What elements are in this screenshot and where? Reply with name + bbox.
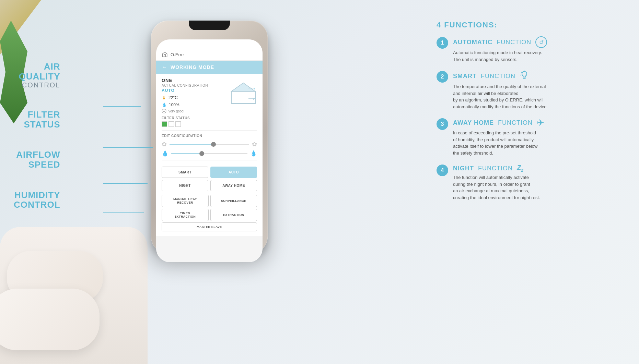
func-content-3: AWAY HOME FUNCTION ✈ In case of exceedin… [453,118,629,156]
auto-mode-label: AUTO [162,88,208,93]
func-content-2: SMART FUNCTION The temperature and the q… [453,70,629,110]
func-number-4: 4 [437,165,448,176]
func-header-2: SMART FUNCTION [453,70,629,82]
manual-heat-recover-button[interactable]: MANUAL HEATRECOVER [162,195,209,207]
sleep-icon: Zz [517,164,523,173]
airflow-speed-main: AIRFLOWSPEED [16,150,60,169]
bulb-icon [520,70,529,82]
actual-config-label: ACTUAL CONFIGURATION [162,84,208,87]
func-number-1: 1 [437,37,448,49]
refresh-icon: ↺ [535,36,547,48]
svg-marker-4 [231,83,255,92]
function-1: 1 AUTOMATIC FUNCTION ↺ Automatic functio… [437,36,629,63]
pillow-area [0,227,148,364]
airflow-slider-row: ✿ ✿ [162,141,257,148]
humidity-row: 💧 100% [162,102,208,107]
humidity-slider[interactable] [171,153,247,154]
func-title-normal-3: FUNCTION [498,119,533,126]
phone-outer: O.Erre ← WORKING MODE ONE ACTUAL CONFIGU… [151,21,268,254]
func-content-4: NIGHT FUNCTION Zz The function will auto… [453,164,629,201]
air-quality-label: AIRQUALITY CONTROL [14,62,60,89]
away-home-button[interactable]: AWAY HOME [210,180,257,191]
func-number-2: 2 [437,71,448,83]
connector-line-3 [103,183,148,184]
working-mode-title: WORKING MODE [171,64,214,70]
filter-block-1 [162,121,167,127]
app-title-bar[interactable]: ← WORKING MODE [156,61,263,74]
app-home-label: O.Erre [171,52,184,57]
function-2: 2 SMART FUNCTION The temperature and the… [437,70,629,110]
thermometer-icon: 🌡 [162,95,166,100]
extraction-button[interactable]: EXTRACTION [210,209,257,221]
filter-status-label-app: FILTER STATUS [162,116,257,120]
connector-line-right [292,199,333,199]
drop-icon-low: 💧 [162,150,169,157]
airflow-speed-label: AIRFLOWSPEED [14,150,60,169]
humidity-slider-row: 💧 💧 [162,150,257,157]
func-header-1: AUTOMATIC FUNCTION ↺ [453,36,629,48]
back-button[interactable]: ← [162,64,167,70]
func-title-bold-4: NIGHT [453,165,474,172]
air-quality-sub: CONTROL [22,81,60,89]
plane-icon: ✈ [537,118,544,128]
connector-line-4 [103,213,144,213]
function-4: 4 NIGHT FUNCTION Zz The function will au… [437,164,629,201]
quality-row: very good [162,109,208,113]
quality-icon [162,109,166,113]
filter-blocks [162,121,257,127]
pillow-front [0,289,100,350]
phone-inner: O.Erre ← WORKING MODE ONE ACTUAL CONFIGU… [156,39,263,262]
temp-value: 22°C [169,95,178,100]
phone-container: O.Erre ← WORKING MODE ONE ACTUAL CONFIGU… [127,7,292,356]
right-panel: 4 FUNCTIONS: 1 AUTOMATIC FUNCTION ↺ Auto… [437,21,629,208]
func-desc-4: The function will automatically activate… [453,174,629,201]
func-header-3: AWAY HOME FUNCTION ✈ [453,118,629,128]
house-diagram [230,81,257,105]
filter-block-2 [169,121,174,127]
filter-block-3 [175,121,181,127]
left-labels-container: AIRQUALITY CONTROL FILTERSTATUS AIRFLOWS… [14,62,60,210]
drop-icon-high: 💧 [250,150,257,157]
func-number-3: 3 [437,118,448,130]
divider-2 [162,160,257,160]
function-3: 3 AWAY HOME FUNCTION ✈ In case of exceed… [437,118,629,156]
func-title-bold-3: AWAY HOME [453,119,494,126]
temp-row: 🌡 22°C [162,95,208,100]
one-label: ONE [162,78,208,83]
master-slave-row: MASTER SLAVE [162,222,257,232]
func-title-bold-2: SMART [453,73,477,80]
functions-title: 4 FUNCTIONS: [437,21,629,29]
connector-line-1 [103,106,141,107]
auto-button[interactable]: AUTO [210,167,257,178]
bottom-buttons-grid: MANUAL HEATRECOVER SURVEILLANCE TIMEDEXT… [162,194,257,222]
quality-text: very good [169,109,184,113]
house-svg [230,81,257,105]
timed-extraction-button[interactable]: TIMEDEXTRACTION [162,209,209,221]
func-title-bold-1: AUTOMATIC [453,39,492,46]
func-title-normal-1: FUNCTION [497,39,531,46]
master-slave-button[interactable]: MASTER SLAVE [162,222,257,231]
connector-line-2 [103,147,153,148]
humidity-main: HUMIDITYCONTROL [14,190,60,210]
app-main-content: ONE ACTUAL CONFIGURATION AUTO 🌡 22°C 💧 1… [156,74,263,236]
fan-icon-low: ✿ [162,141,167,148]
airflow-slider[interactable] [170,144,249,145]
surveillance-button[interactable]: SURVEILLANCE [210,195,257,207]
smart-button[interactable]: SMART [162,167,208,178]
humidity-control-label: HUMIDITYCONTROL [14,190,60,210]
divider-1 [162,130,257,131]
filter-status-label: FILTERSTATUS [14,110,60,129]
func-title-normal-4: FUNCTION [478,165,513,172]
home-icon [162,51,168,58]
svg-point-0 [162,109,166,113]
func-desc-3: In case of exceeding the pre-set thresho… [453,130,629,156]
app-header: O.Erre [156,39,263,61]
svg-point-8 [254,88,255,89]
filter-status-main: FILTERSTATUS [24,110,60,129]
drop-icon-sensor: 💧 [162,102,167,107]
phone-notch [189,21,230,30]
edit-config-label: EDIT CONFIGURATION [162,134,257,138]
svg-point-9 [254,98,255,99]
fan-icon-high: ✿ [252,141,257,148]
night-button[interactable]: NIGHT [162,180,208,191]
